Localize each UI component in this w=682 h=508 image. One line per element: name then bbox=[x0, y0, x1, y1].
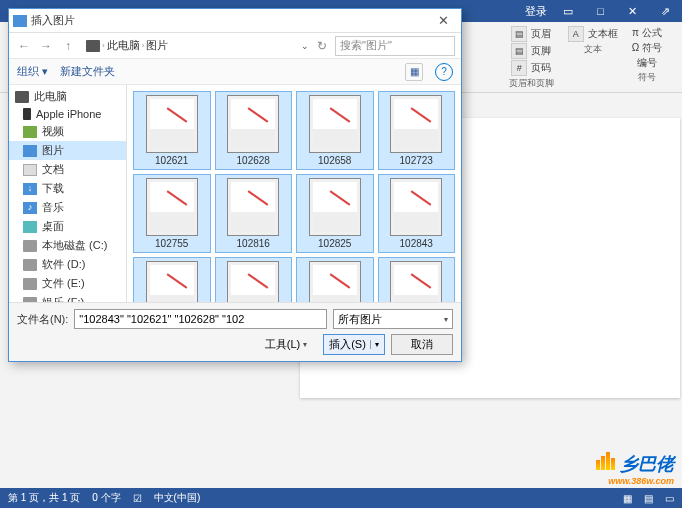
file-thumb[interactable] bbox=[296, 257, 374, 302]
documents-icon bbox=[23, 164, 37, 176]
minimize-button[interactable]: ▭ bbox=[555, 5, 581, 18]
dialog-close-button[interactable]: ✕ bbox=[429, 13, 457, 28]
music-icon: ♪ bbox=[23, 202, 37, 214]
nav-up-button[interactable]: ↑ bbox=[59, 37, 77, 55]
thumbnail-image bbox=[309, 95, 361, 153]
textbox-label[interactable]: 文本框 bbox=[588, 27, 618, 41]
downloads-icon: ↓ bbox=[23, 183, 37, 195]
file-thumb[interactable]: 102628 bbox=[215, 91, 293, 170]
sidebar-item-localdisk[interactable]: 本地磁盘 (C:) bbox=[9, 236, 126, 255]
file-name: 102628 bbox=[237, 155, 270, 166]
symbol-button[interactable]: Ω 符号 bbox=[632, 41, 662, 55]
file-thumb[interactable]: 102816 bbox=[215, 174, 293, 253]
view-read-icon[interactable]: ▦ bbox=[623, 493, 632, 504]
sidebar-item-pictures[interactable]: 图片 bbox=[9, 141, 126, 160]
organize-menu[interactable]: 组织 ▾ bbox=[17, 64, 48, 79]
cancel-button[interactable]: 取消 bbox=[391, 334, 453, 355]
footer-icon[interactable]: ▤ bbox=[511, 43, 527, 59]
help-button[interactable]: ? bbox=[435, 63, 453, 81]
ribbon-symbol-group: π 公式 Ω 符号 编号 符号 bbox=[632, 26, 662, 90]
number-button[interactable]: 编号 bbox=[637, 56, 657, 70]
breadcrumb[interactable]: › 此电脑 › 图片 bbox=[81, 35, 297, 56]
sidebar-item-downloads[interactable]: ↓下载 bbox=[9, 179, 126, 198]
login-link[interactable]: 登录 bbox=[525, 4, 547, 19]
pictures-icon bbox=[23, 145, 37, 157]
thumbnail-image bbox=[227, 178, 279, 236]
footer-label[interactable]: 页脚 bbox=[531, 44, 551, 58]
page-indicator[interactable]: 第 1 页，共 1 页 bbox=[8, 491, 80, 505]
file-thumb[interactable] bbox=[378, 257, 456, 302]
share-button[interactable]: ⇗ bbox=[653, 5, 678, 18]
nav-forward-button[interactable]: → bbox=[37, 37, 55, 55]
pagenum-label[interactable]: 页码 bbox=[531, 61, 551, 75]
tools-menu[interactable]: 工具(L) ▾ bbox=[255, 334, 317, 355]
watermark: 乡巴佬 www.386w.com bbox=[596, 452, 674, 486]
sidebar-item-documents[interactable]: 文档 bbox=[9, 160, 126, 179]
file-type-filter[interactable]: 所有图片 ▾ bbox=[333, 309, 453, 329]
file-name: 102755 bbox=[155, 238, 188, 249]
file-name: 102816 bbox=[237, 238, 270, 249]
crumb-pc[interactable]: 此电脑 bbox=[107, 38, 140, 53]
crumb-pictures[interactable]: 图片 bbox=[146, 38, 168, 53]
dialog-toolbar: 组织 ▾ 新建文件夹 ▦ ? bbox=[9, 59, 461, 85]
file-thumb[interactable] bbox=[133, 257, 211, 302]
thumbnail-image bbox=[146, 95, 198, 153]
textbox-icon[interactable]: A bbox=[568, 26, 584, 42]
desktop-icon bbox=[23, 221, 37, 233]
refresh-button[interactable]: ↻ bbox=[313, 37, 331, 55]
chevron-down-icon[interactable]: ▾ bbox=[370, 340, 379, 349]
thumbnail-image bbox=[309, 261, 361, 302]
pagenum-icon[interactable]: # bbox=[511, 60, 527, 76]
header-icon[interactable]: ▤ bbox=[511, 26, 527, 42]
sidebar-item-e-drive[interactable]: 文件 (E:) bbox=[9, 274, 126, 293]
pc-icon bbox=[86, 40, 100, 52]
proofing-icon[interactable]: ☑ bbox=[133, 493, 142, 504]
header-label[interactable]: 页眉 bbox=[531, 27, 551, 41]
file-thumb[interactable]: 102755 bbox=[133, 174, 211, 253]
sidebar-item-d-drive[interactable]: 软件 (D:) bbox=[9, 255, 126, 274]
ribbon-header-footer-group: ▤ 页眉 ▤ 页脚 # 页码 页眉和页脚 bbox=[509, 26, 554, 90]
sidebar-item-pc[interactable]: 此电脑 bbox=[9, 87, 126, 106]
nav-back-button[interactable]: ← bbox=[15, 37, 33, 55]
thumbnail-image bbox=[227, 261, 279, 302]
ribbon-text-group: A 文本框 文本 bbox=[568, 26, 618, 90]
thumbnail-image bbox=[146, 178, 198, 236]
close-button[interactable]: ✕ bbox=[620, 5, 645, 18]
pc-icon bbox=[15, 91, 29, 103]
sidebar-item-desktop[interactable]: 桌面 bbox=[9, 217, 126, 236]
view-web-icon[interactable]: ▭ bbox=[665, 493, 674, 504]
insert-button[interactable]: 插入(S) ▾ bbox=[323, 334, 385, 355]
insert-picture-dialog: 插入图片 ✕ ← → ↑ › 此电脑 › 图片 ⌄ ↻ 搜索"图片" 组织 ▾ … bbox=[8, 8, 462, 362]
file-name: 102621 bbox=[155, 155, 188, 166]
file-thumb[interactable] bbox=[215, 257, 293, 302]
new-folder-button[interactable]: 新建文件夹 bbox=[60, 64, 115, 79]
ribbon-group-label: 文本 bbox=[584, 43, 602, 56]
file-thumb[interactable]: 102825 bbox=[296, 174, 374, 253]
search-input[interactable]: 搜索"图片" bbox=[335, 36, 455, 56]
equation-button[interactable]: π 公式 bbox=[632, 26, 662, 40]
view-print-icon[interactable]: ▤ bbox=[644, 493, 653, 504]
sidebar-item-f-drive[interactable]: 娱乐 (F:) bbox=[9, 293, 126, 302]
dialog-sidebar: 此电脑 Apple iPhone 视频 图片 文档 ↓下载 ♪音乐 桌面 本地磁… bbox=[9, 85, 127, 302]
file-thumb[interactable]: 102621 bbox=[133, 91, 211, 170]
dialog-titlebar: 插入图片 ✕ bbox=[9, 9, 461, 33]
word-count[interactable]: 0 个字 bbox=[92, 491, 120, 505]
file-thumb[interactable]: 102843 bbox=[378, 174, 456, 253]
file-grid: 102621 102628 102658 102723 102755 10281… bbox=[127, 85, 461, 302]
sidebar-item-iphone[interactable]: Apple iPhone bbox=[9, 106, 126, 122]
file-thumb[interactable]: 102658 bbox=[296, 91, 374, 170]
thumbnail-image bbox=[390, 95, 442, 153]
disk-icon bbox=[23, 259, 37, 271]
ribbon-group-label: 页眉和页脚 bbox=[509, 77, 554, 90]
filename-input[interactable] bbox=[74, 309, 327, 329]
view-mode-button[interactable]: ▦ bbox=[405, 63, 423, 81]
maximize-button[interactable]: □ bbox=[589, 5, 612, 17]
chevron-down-icon: ▾ bbox=[303, 340, 307, 349]
sidebar-item-music[interactable]: ♪音乐 bbox=[9, 198, 126, 217]
disk-icon bbox=[23, 278, 37, 290]
file-thumb[interactable]: 102723 bbox=[378, 91, 456, 170]
chevron-down-icon: ▾ bbox=[444, 315, 448, 324]
sidebar-item-video[interactable]: 视频 bbox=[9, 122, 126, 141]
language-indicator[interactable]: 中文(中国) bbox=[154, 491, 201, 505]
dialog-title: 插入图片 bbox=[31, 13, 75, 28]
